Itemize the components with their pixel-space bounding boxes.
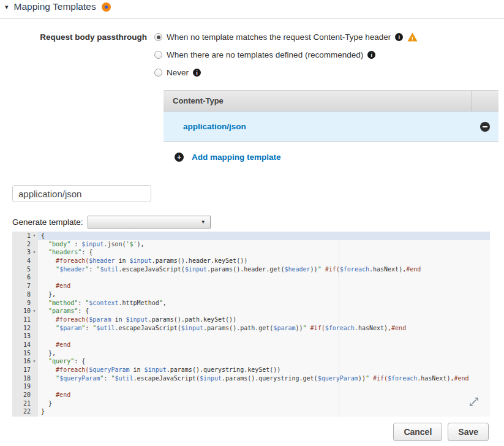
info-icon[interactable]: i: [395, 33, 403, 41]
gutter-line-number: 6: [12, 273, 38, 282]
code-line[interactable]: }: [38, 407, 490, 416]
code-line[interactable]: "$queryParam": "$util.escapeJavaScript($…: [38, 374, 490, 383]
gutter-line-number: 3▾: [12, 248, 38, 257]
code-line[interactable]: "query": {: [38, 357, 490, 366]
code-line[interactable]: "body" : $input.json('$'),: [38, 240, 490, 249]
radio-option-label: When no template matches the request Con…: [167, 32, 391, 42]
code-line[interactable]: "method": "$context.httpMethod",: [38, 299, 490, 308]
cancel-button[interactable]: Cancel: [393, 423, 442, 441]
row-actions: [472, 122, 498, 132]
radio-option-row[interactable]: Neveri: [154, 64, 418, 81]
code-line[interactable]: #end: [38, 341, 490, 349]
gutter-line-number: 12: [12, 324, 38, 333]
code-line[interactable]: {: [38, 232, 490, 240]
template-link[interactable]: application/json: [164, 122, 472, 131]
gutter-line-number: 10▾: [12, 307, 38, 316]
radio-button[interactable]: [154, 33, 162, 41]
info-icon[interactable]: i: [193, 69, 201, 77]
section-divider: [0, 18, 504, 19]
minus-bar: [483, 126, 487, 127]
actions-column-header: [472, 91, 498, 111]
gutter-line-number: 4: [12, 257, 38, 265]
badge-dot: [105, 6, 108, 9]
generate-template-row: Generate template: ▼: [12, 216, 211, 229]
warning-icon: !: [407, 32, 418, 42]
code-line[interactable]: "params": {: [38, 307, 490, 316]
table-row[interactable]: application/json: [164, 112, 498, 142]
radio-option-label: When there are no templates defined (rec…: [167, 50, 363, 59]
code-line[interactable]: #foreach($header in $input.params().head…: [38, 257, 490, 265]
add-mapping-template[interactable]: + Add mapping template: [164, 153, 498, 162]
radio-option-row[interactable]: When there are no templates defined (rec…: [154, 46, 418, 64]
code-fold-icon[interactable]: ▾: [31, 232, 38, 240]
code-line[interactable]: [38, 382, 490, 391]
content-type-table: Content-Type application/json + Add mapp…: [164, 90, 498, 162]
request-body-passthrough-label: Request body passthrough: [0, 28, 147, 81]
table-header-row: Content-Type: [164, 90, 498, 112]
template-code-editor[interactable]: 1▾23▾45678910▾111213141516▾171819202122 …: [12, 232, 490, 417]
add-mapping-template-link[interactable]: Add mapping template: [192, 153, 281, 162]
section-title: Mapping Templates: [14, 1, 96, 12]
gutter-line-number: 2: [12, 240, 38, 249]
gutter-line-number: 1▾: [12, 232, 38, 240]
code-line[interactable]: "$param": "$util.escapeJavaScript($input…: [38, 324, 490, 333]
request-body-passthrough-section: Request body passthrough When no templat…: [0, 28, 418, 81]
gutter-line-number: 13: [12, 332, 38, 341]
code-line[interactable]: }: [38, 399, 490, 408]
gutter-line-number: 8: [12, 290, 38, 299]
gutter-line-number: 11: [12, 316, 38, 324]
gutter-line-number: 15: [12, 349, 38, 358]
passthrough-options: When no template matches the request Con…: [154, 28, 418, 81]
radio-option-label: Never: [167, 68, 189, 77]
generate-template-label: Generate template:: [12, 217, 83, 227]
info-badge-icon[interactable]: [102, 2, 111, 12]
gutter-line-number: 7: [12, 282, 38, 290]
gutter-line-number: 16▾: [12, 357, 38, 366]
save-button[interactable]: Save: [448, 423, 489, 441]
code-line[interactable]: "headers": {: [38, 248, 490, 257]
editor-gutter: 1▾23▾45678910▾111213141516▾171819202122: [12, 232, 38, 417]
gutter-line-number: 21: [12, 399, 38, 408]
content-type-input[interactable]: [12, 185, 151, 202]
editor-code[interactable]: { "body" : $input.json('$'), "headers": …: [38, 232, 490, 416]
code-line[interactable]: [38, 273, 490, 282]
code-line[interactable]: #end: [38, 282, 490, 290]
code-fold-icon[interactable]: ▾: [31, 357, 38, 366]
gutter-line-number: 19: [12, 382, 38, 391]
code-line[interactable]: },: [38, 349, 490, 358]
content-type-column-header: Content-Type: [164, 91, 472, 111]
gutter-line-number: 20: [12, 391, 38, 399]
svg-text:!: !: [412, 36, 413, 42]
gutter-line-number: 18: [12, 374, 38, 383]
radio-button[interactable]: [154, 69, 162, 77]
gutter-line-number: 9: [12, 299, 38, 308]
code-line[interactable]: "$header": "$util.escapeJavaScript($inpu…: [38, 265, 490, 274]
code-line[interactable]: #foreach($param in $input.params().path.…: [38, 316, 490, 324]
section-header: ▾ Mapping Templates: [5, 1, 111, 12]
remove-template-icon[interactable]: [480, 122, 490, 132]
code-line[interactable]: #end: [38, 391, 490, 399]
footer-actions: Cancel Save: [393, 423, 489, 441]
code-line[interactable]: },: [38, 290, 490, 299]
dropdown-arrow-icon: ▼: [201, 219, 206, 225]
gutter-line-number: 5: [12, 265, 38, 274]
code-line[interactable]: #foreach($queryParam in $input.params().…: [38, 366, 490, 374]
code-line[interactable]: [38, 332, 490, 341]
gutter-line-number: 14: [12, 341, 38, 349]
radio-button[interactable]: [154, 51, 162, 59]
generate-template-select[interactable]: ▼: [88, 216, 211, 229]
gutter-line-number: 17: [12, 366, 38, 374]
code-fold-icon[interactable]: ▾: [31, 307, 38, 316]
gutter-line-number: 22: [12, 407, 38, 416]
add-icon[interactable]: +: [175, 153, 184, 162]
info-icon[interactable]: i: [367, 51, 375, 59]
resize-handle-icon[interactable]: [468, 396, 480, 408]
radio-option-row[interactable]: When no template matches the request Con…: [154, 28, 418, 46]
collapse-caret-icon[interactable]: ▾: [5, 3, 9, 11]
code-fold-icon[interactable]: ▾: [31, 248, 38, 257]
